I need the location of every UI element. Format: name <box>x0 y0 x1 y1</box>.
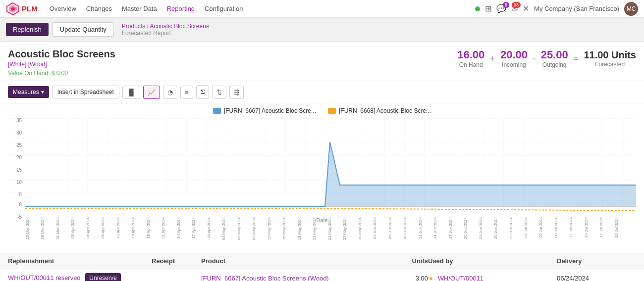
chart-toolbar: Measures ▾ Insert in Spreadsheet ▐▌ 📈 ◔ … <box>0 81 644 103</box>
outgoing-stat: 25.00 Outgoing <box>541 48 568 68</box>
unreserve-button[interactable]: Unreserve <box>85 273 120 281</box>
grid-menu-icon[interactable]: ⊞ <box>485 4 491 13</box>
top-nav-right: ⊞ 💬 5 ✉ 33 ✕ My Company (San Francisco) … <box>475 2 638 16</box>
breadcrumb-current-link[interactable]: Acoustic Bloc Screens <box>150 23 209 30</box>
minus-operator: - <box>533 53 536 64</box>
col-delivery: Delivery <box>557 257 636 265</box>
row-delivery: 06/24/2024 <box>557 275 636 281</box>
action-bar: Replenish Update Quantity Products / Aco… <box>0 18 644 42</box>
svg-text:Date: Date <box>316 217 327 223</box>
chat-icon[interactable]: 💬 5 <box>496 4 506 13</box>
svg-text:25: 25 <box>16 142 22 148</box>
svg-text:10: 10 <box>16 180 22 185</box>
nav-reporting[interactable]: Reporting <box>163 3 199 14</box>
measures-label: Measures <box>13 89 39 95</box>
row-used-by: ★ WH/OUT/00011 <box>428 275 557 281</box>
chart-legend: [FURN_6667] Acoustic Bloc Scre... [FURN_… <box>8 107 636 114</box>
nav-configuration[interactable]: Configuration <box>201 3 247 14</box>
legend-item-1: [FURN_6667] Acoustic Bloc Scre... <box>213 107 316 114</box>
row-product: [FURN_6667] Acoustic Bloc Screens (Wood) <box>201 275 345 281</box>
incoming-label: Incoming <box>500 61 528 68</box>
svg-text:-5: -5 <box>17 214 22 220</box>
product-link[interactable]: [FURN_6667] Acoustic Bloc Screens (Wood) <box>201 275 329 281</box>
data-table: Replenishment Receipt Product Units Used… <box>0 253 644 281</box>
on-hand-stat: 16.00 On Hand <box>457 48 484 68</box>
value-label: Value On Hand: <box>8 70 50 77</box>
product-name: Acoustic Bloc Screens <box>8 48 115 60</box>
product-tags: [White] [Wood] <box>8 61 115 68</box>
company-name: My Company (San Francisco) <box>534 5 619 12</box>
insert-spreadsheet-button[interactable]: Insert in Spreadsheet <box>52 86 119 98</box>
legend-item-2: [FURN_6668] Acoustic Bloc Scre... <box>328 107 431 114</box>
app-title: PLM <box>22 4 38 13</box>
breadcrumb: Products / Acoustic Bloc Screens Forecas… <box>122 23 209 37</box>
forecasted-label: Forecasted <box>584 61 636 68</box>
outgoing-value: 25.00 <box>541 48 568 61</box>
measures-dropdown-icon: ▾ <box>41 89 44 95</box>
col-units: Units <box>345 257 428 265</box>
forecast-chart: 35 30 25 20 15 10 5 0 -5 Date <box>8 118 636 222</box>
nav-links: Overview Changes Master Data Reporting C… <box>46 3 467 14</box>
user-avatar[interactable]: MC <box>624 2 638 16</box>
update-quantity-button[interactable]: Update Quantity <box>53 22 114 37</box>
chat-badge: 5 <box>503 2 509 8</box>
outgoing-label: Outgoing <box>541 61 568 68</box>
filter-icon: ⇶ <box>234 89 239 96</box>
svg-text:15: 15 <box>16 167 22 173</box>
breadcrumb-products-link[interactable]: Products <box>122 23 145 30</box>
nav-overview[interactable]: Overview <box>46 3 80 14</box>
table-row: WH/OUT/00011 reserved Unreserve [FURN_66… <box>0 269 644 281</box>
line-chart-icon: 📈 <box>148 89 156 96</box>
line-chart-button[interactable]: 📈 <box>143 86 160 99</box>
page-subtitle: Forecasted Report <box>122 30 171 37</box>
app-logo[interactable]: PLM <box>6 2 38 16</box>
replenishment-link[interactable]: WH/OUT/00011 reserved <box>8 274 81 281</box>
bar-chart-button[interactable]: ▐▌ <box>122 86 140 99</box>
pie-chart-button[interactable]: ◔ <box>163 86 177 99</box>
legend-color-2 <box>328 108 336 114</box>
main-content: Acoustic Bloc Screens [White] [Wood] Val… <box>0 42 644 281</box>
col-receipt: Receipt <box>152 257 201 265</box>
incoming-value: 20.00 <box>500 48 528 61</box>
legend-label-2: [FURN_6668] Acoustic Bloc Scre... <box>339 107 431 114</box>
chart-alt-icon: 𝚺 <box>201 88 205 95</box>
col-used-by: Used by <box>428 257 557 265</box>
on-hand-label: On Hand <box>457 61 484 68</box>
equals-operator: = <box>573 53 579 64</box>
alt-chart-button[interactable]: 𝚺 <box>196 85 209 99</box>
stack-icon: ≡ <box>185 89 189 96</box>
product-value: Value On Hand: $ 0.00 <box>8 70 115 77</box>
sort-button[interactable]: ⇅ <box>212 86 226 99</box>
table-header: Replenishment Receipt Product Units Used… <box>0 253 644 269</box>
svg-text:30: 30 <box>16 130 22 136</box>
value-amount: $ 0.00 <box>52 70 68 77</box>
incoming-stat: 20.00 Incoming <box>500 48 528 68</box>
chart-area: [FURN_6667] Acoustic Bloc Scre... [FURN_… <box>0 103 644 251</box>
col-replenishment: Replenishment <box>8 257 152 265</box>
svg-text:0: 0 <box>19 202 22 207</box>
online-status-icon <box>475 6 480 11</box>
messages-icon[interactable]: ✉ 33 <box>511 4 518 13</box>
row-replenishment: WH/OUT/00011 reserved Unreserve <box>8 273 152 281</box>
product-info: Acoustic Bloc Screens [White] [Wood] Val… <box>8 48 115 77</box>
pie-chart-icon: ◔ <box>167 89 173 96</box>
col-product: Product <box>201 257 345 265</box>
forecasted-value: 11.00 Units <box>584 49 636 61</box>
plm-logo-icon <box>6 2 20 16</box>
star-icon: ★ <box>428 275 434 281</box>
filter-button[interactable]: ⇶ <box>229 86 244 99</box>
product-header: Acoustic Bloc Screens [White] [Wood] Val… <box>0 42 644 81</box>
row-units: 3.00 <box>345 275 428 281</box>
on-hand-value: 16.00 <box>457 48 484 61</box>
stack-chart-button[interactable]: ≡ <box>180 86 193 99</box>
svg-text:5: 5 <box>19 192 22 197</box>
nav-changes[interactable]: Changes <box>82 3 116 14</box>
nav-master-data[interactable]: Master Data <box>118 3 161 14</box>
used-by-link[interactable]: WH/OUT/00011 <box>438 275 483 281</box>
settings-icon[interactable]: ✕ <box>523 4 529 13</box>
top-navigation: PLM Overview Changes Master Data Reporti… <box>0 0 644 18</box>
measures-button[interactable]: Measures ▾ <box>8 86 49 98</box>
plus-operator: + <box>489 53 495 64</box>
replenish-button[interactable]: Replenish <box>6 23 49 36</box>
svg-text:35: 35 <box>16 118 22 123</box>
